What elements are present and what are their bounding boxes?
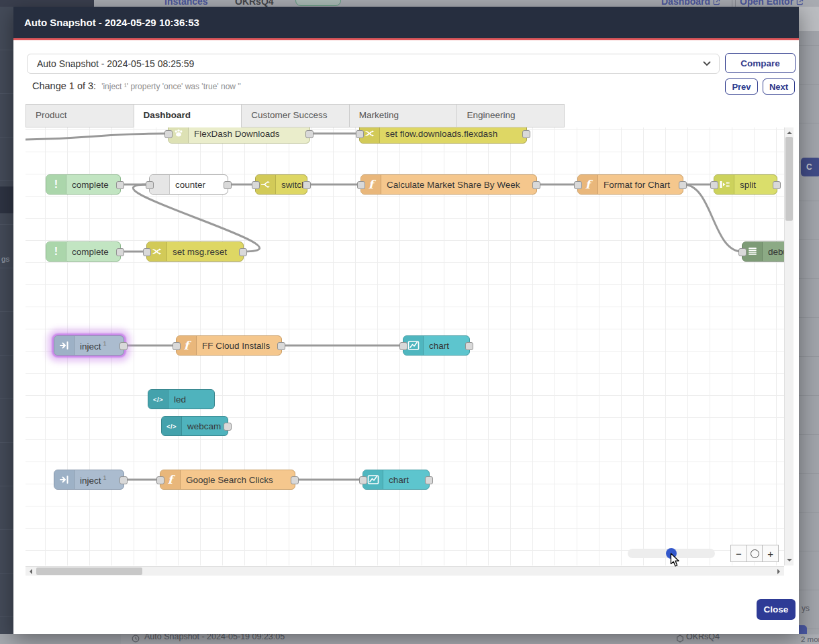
node-webcam[interactable]: </>webcam bbox=[161, 416, 228, 436]
horizontal-scrollbar-thumb[interactable] bbox=[36, 568, 142, 575]
node-label: inject1 bbox=[75, 474, 112, 486]
complete-icon: ! bbox=[46, 175, 66, 194]
node-flexdash-downloads[interactable]: FlexDash Downloads bbox=[168, 127, 310, 144]
output-port[interactable] bbox=[119, 342, 128, 350]
node-label: FF Cloud Installs bbox=[197, 341, 275, 351]
input-port[interactable] bbox=[574, 181, 582, 189]
node-split[interactable]: split bbox=[714, 174, 777, 195]
output-port[interactable] bbox=[277, 342, 285, 350]
next-button[interactable]: Next bbox=[763, 78, 795, 95]
output-port[interactable] bbox=[522, 130, 530, 138]
zoom-slider-handle[interactable] bbox=[666, 548, 677, 559]
node-set-msg-reset[interactable]: set msg.reset bbox=[146, 241, 244, 262]
input-port[interactable] bbox=[252, 181, 260, 189]
tab-product[interactable]: Product bbox=[26, 104, 134, 127]
output-port[interactable] bbox=[224, 423, 232, 431]
prev-button[interactable]: Prev bbox=[725, 78, 758, 95]
node-label: Format for Chart bbox=[598, 180, 675, 190]
compare-button[interactable]: Compare bbox=[725, 53, 796, 73]
tab-customer-success[interactable]: Customer Success bbox=[241, 104, 349, 127]
output-port[interactable] bbox=[116, 181, 124, 189]
change-counter-label: Change 1 of 3: bbox=[32, 80, 96, 91]
modal-accent-bar bbox=[13, 38, 799, 40]
node-google-search-clicks[interactable]: fGoogle Search Clicks bbox=[160, 470, 295, 490]
node-format-for-chart[interactable]: fFormat for Chart bbox=[577, 174, 683, 195]
output-port[interactable] bbox=[239, 248, 247, 256]
vertical-scrollbar[interactable] bbox=[784, 127, 793, 566]
output-port[interactable] bbox=[305, 130, 314, 138]
change-detail: 'inject ¹' property 'once' was 'true' no… bbox=[101, 82, 241, 91]
snapshot-select[interactable]: Auto Snapshot - 2024-05-15 08:25:59 bbox=[27, 54, 720, 74]
zoom-reset-icon bbox=[751, 549, 759, 558]
node-switch[interactable]: switch bbox=[255, 174, 307, 195]
node-chart-2[interactable]: chart bbox=[363, 470, 430, 490]
zoom-in-button[interactable]: + bbox=[762, 545, 778, 561]
node-label: FlexDash Downloads bbox=[189, 129, 285, 139]
input-port[interactable] bbox=[356, 130, 364, 138]
output-port[interactable] bbox=[425, 476, 433, 484]
output-port[interactable] bbox=[116, 248, 124, 256]
flow-tabs: ProductDashboardCustomer SuccessMarketin… bbox=[26, 104, 565, 127]
snapshot-select-value: Auto Snapshot - 2024-05-15 08:25:59 bbox=[37, 54, 194, 73]
output-port[interactable] bbox=[119, 476, 128, 484]
output-port[interactable] bbox=[291, 476, 299, 484]
node-inject-1[interactable]: inject1 bbox=[54, 335, 124, 356]
node-calculate-market-share[interactable]: fCalculate Market Share By Week bbox=[360, 174, 537, 195]
output-port[interactable] bbox=[773, 181, 781, 189]
zoom-out-button[interactable]: − bbox=[731, 545, 746, 561]
output-port[interactable] bbox=[303, 181, 311, 189]
node-chart-1[interactable]: chart bbox=[403, 335, 470, 356]
template-icon: </> bbox=[148, 390, 168, 409]
node-complete-2[interactable]: !complete bbox=[46, 241, 121, 262]
wire bbox=[683, 184, 742, 252]
node-label: chart bbox=[424, 341, 454, 351]
scroll-up-arrow-icon[interactable] bbox=[787, 129, 792, 134]
complete-icon: ! bbox=[46, 242, 66, 261]
input-port[interactable] bbox=[399, 342, 407, 350]
vertical-scrollbar-thumb[interactable] bbox=[785, 137, 793, 221]
node-counter[interactable]: counter bbox=[149, 174, 228, 195]
node-label: chart bbox=[383, 475, 414, 485]
change-status: Change 1 of 3:'inject ¹' property 'once'… bbox=[32, 80, 241, 91]
node-inject-2[interactable]: inject1 bbox=[54, 470, 124, 490]
node-ff-cloud-installs[interactable]: fFF Cloud Installs bbox=[176, 335, 282, 356]
node-led[interactable]: </>led bbox=[148, 389, 215, 409]
node-debug[interactable]: debug bbox=[742, 241, 784, 262]
node-label: webcam bbox=[182, 421, 226, 431]
zoom-reset-button[interactable] bbox=[746, 545, 763, 561]
input-port[interactable] bbox=[710, 181, 718, 189]
template-icon: </> bbox=[162, 417, 182, 435]
node-set-flow-downloads-flexdash[interactable]: set flow.downloads.flexdash bbox=[359, 127, 527, 144]
chevron-down-icon bbox=[703, 61, 711, 66]
node-label: set flow.downloads.flexdash bbox=[380, 129, 503, 139]
snapshot-modal: Auto Snapshot - 2024-05-29 10:36:53 Auto… bbox=[13, 7, 799, 634]
input-port[interactable] bbox=[164, 130, 173, 138]
scroll-right-arrow-icon[interactable] bbox=[777, 569, 783, 574]
node-complete-1[interactable]: !complete bbox=[46, 174, 121, 195]
tab-marketing[interactable]: Marketing bbox=[349, 104, 457, 127]
node-label: split bbox=[734, 180, 761, 190]
scroll-down-arrow-icon[interactable] bbox=[787, 559, 792, 564]
tab-engineering[interactable]: Engineering bbox=[456, 104, 565, 127]
modal-header: Auto Snapshot - 2024-05-29 10:36:53 bbox=[13, 7, 799, 38]
zoom-slider[interactable] bbox=[628, 549, 715, 558]
horizontal-scrollbar[interactable] bbox=[26, 566, 784, 576]
input-port[interactable] bbox=[143, 248, 151, 256]
input-port[interactable] bbox=[146, 181, 154, 189]
output-port[interactable] bbox=[679, 181, 687, 189]
input-port[interactable] bbox=[173, 342, 181, 350]
input-port[interactable] bbox=[738, 248, 746, 256]
scroll-left-arrow-icon[interactable] bbox=[27, 569, 32, 574]
flow-canvas[interactable]: FlexDash Downloadsset flow.downloads.fle… bbox=[26, 127, 784, 566]
node-label: counter bbox=[170, 180, 211, 190]
output-port[interactable] bbox=[532, 181, 540, 189]
output-port[interactable] bbox=[465, 342, 473, 350]
modal-title: Auto Snapshot - 2024-05-29 10:36:53 bbox=[13, 7, 799, 38]
input-port[interactable] bbox=[359, 476, 367, 484]
screen: Instances OKRsQ4 Dashboard Open Editor g… bbox=[0, 0, 819, 644]
input-port[interactable] bbox=[357, 181, 365, 189]
tab-dashboard[interactable]: Dashboard bbox=[134, 104, 242, 127]
input-port[interactable] bbox=[156, 476, 164, 484]
close-button[interactable]: Close bbox=[757, 599, 796, 620]
output-port[interactable] bbox=[224, 181, 232, 189]
